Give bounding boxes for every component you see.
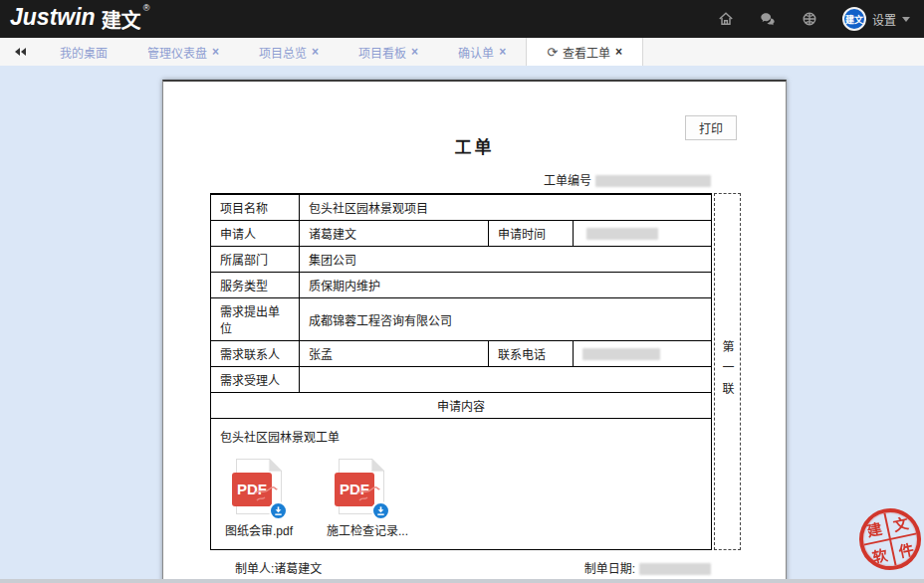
form-wrap: 项目名称 包头社区园林景观项目 申请人 诸葛建文 申请时间 所属部门 集团公司 …: [210, 193, 786, 550]
user-avatar[interactable]: 建文: [842, 7, 866, 31]
table-row: 需求受理人: [211, 367, 712, 393]
order-number-value-redacted: [595, 175, 711, 187]
download-icon[interactable]: [371, 501, 390, 520]
attachments: PDF 图纸会审.pdf: [224, 459, 702, 538]
section-header: 申请内容: [211, 393, 712, 419]
attachment-name: 施工检查记录...: [327, 521, 396, 538]
table-row: 申请内容: [211, 393, 712, 419]
seal-char: 件: [890, 533, 922, 565]
content-text: 包头社区园林景观工单: [220, 428, 702, 445]
pdf-file-icon: PDF: [339, 459, 384, 514]
field-label: 需求受理人: [211, 367, 300, 393]
seal-char: 软: [864, 539, 896, 571]
document-footer: 制单人:诸葛建文 制单日期:: [210, 559, 711, 576]
user-menu[interactable]: 建文 设置: [842, 7, 910, 31]
logo-latin: Justwin: [10, 4, 96, 31]
seal-circle: 建 文 软 件: [853, 502, 924, 576]
table-row: 所属部门 集团公司: [211, 247, 712, 273]
tab-view-workorder[interactable]: ⟳ 查看工单 ×: [526, 38, 643, 66]
field-value: 张孟: [300, 341, 489, 367]
field-label: 服务类型: [211, 273, 300, 298]
field-label: 联系电话: [489, 341, 574, 367]
logo-cn: 建文: [102, 5, 141, 34]
horizontal-scrollbar[interactable]: [0, 579, 924, 583]
tab-label: 确认单: [458, 44, 494, 61]
tab-dashboard[interactable]: 管理仪表盘 ×: [127, 38, 239, 66]
tab-label: 我的桌面: [60, 44, 108, 61]
workorder-document: 打印 工单 工单编号 项目名称 包头社区园林景观项目 申请人 诸葛建文 申请时间: [162, 80, 787, 583]
close-icon[interactable]: ×: [312, 45, 319, 59]
table-row: 需求联系人 张孟 联系电话: [211, 341, 712, 367]
make-date-value-redacted: [639, 563, 711, 575]
print-button[interactable]: 打印: [685, 115, 737, 140]
globe-icon[interactable]: [801, 10, 818, 28]
field-label: 所属部门: [211, 247, 300, 273]
application-content-cell: 包头社区园林景观工单 PDF: [211, 419, 712, 550]
logo-registered-mark: ®: [143, 3, 150, 13]
table-row: 申请人 诸葛建文 申请时间: [211, 221, 712, 247]
attachment-pdf[interactable]: PDF 施工检查记录...: [327, 459, 396, 538]
table-row: 需求提出单位 成都锦蓉工程咨询有限公司: [211, 298, 712, 341]
field-value: 包头社区园林景观项目: [300, 194, 712, 221]
caret-down-icon: [902, 17, 910, 22]
tab-project-board[interactable]: 项目看板 ×: [339, 38, 438, 66]
order-number-row: 工单编号: [210, 171, 711, 188]
tab-label: 管理仪表盘: [147, 44, 207, 61]
make-date-label: 制单日期:: [584, 562, 635, 576]
attachment-pdf[interactable]: PDF 图纸会审.pdf: [224, 459, 294, 538]
close-icon[interactable]: ×: [411, 45, 418, 59]
make-date: 制单日期:: [584, 559, 711, 576]
tab-project-overview[interactable]: 项目总览 ×: [239, 38, 339, 66]
tab-label: 查看工单: [563, 44, 610, 61]
field-value: [300, 367, 712, 393]
field-label: 申请时间: [489, 221, 574, 247]
field-value: 诸葛建文: [300, 221, 489, 247]
messages-icon[interactable]: [759, 10, 777, 28]
copy-number-strip: 第一联: [714, 193, 741, 550]
field-label: 需求联系人: [211, 341, 300, 367]
content-area: 打印 工单 工单编号 项目名称 包头社区园林景观项目 申请人 诸葛建文 申请时间: [0, 66, 924, 583]
tab-label: 项目看板: [358, 44, 406, 61]
close-icon[interactable]: ×: [615, 45, 622, 59]
avatar-label: 建文: [845, 13, 863, 26]
copy-number-label: 第一联: [719, 340, 736, 403]
pdf-file-icon: PDF: [236, 459, 282, 514]
maker-label: 制单人:诸葛建文: [235, 559, 322, 576]
table-row: 项目名称 包头社区园林景观项目: [211, 194, 712, 221]
workorder-table: 项目名称 包头社区园林景观项目 申请人 诸葛建文 申请时间 所属部门 集团公司 …: [210, 193, 712, 550]
tab-confirm-sheet[interactable]: 确认单 ×: [438, 38, 526, 66]
top-navbar: Justwin 建文 ® 建文 设置: [0, 0, 924, 38]
close-icon[interactable]: ×: [499, 45, 506, 59]
company-seal: 建 文 软 件: [853, 502, 924, 576]
table-row: 包头社区园林景观工单 PDF: [211, 419, 712, 550]
close-icon[interactable]: ×: [212, 45, 219, 59]
home-icon[interactable]: [717, 10, 735, 28]
page-fold: [270, 459, 282, 471]
field-value: 成都锦蓉工程咨询有限公司: [300, 298, 712, 341]
attachment-name: 图纸会审.pdf: [224, 521, 294, 538]
collapse-tabs-icon[interactable]: [0, 38, 40, 66]
page-fold: [372, 459, 384, 471]
field-value: 集团公司: [300, 247, 712, 273]
justwin-logo: Justwin 建文 ®: [10, 4, 149, 34]
field-value: 质保期内维护: [300, 273, 712, 298]
field-label: 项目名称: [211, 194, 300, 221]
table-row: 服务类型 质保期内维护: [211, 273, 712, 298]
field-value-redacted: [574, 221, 712, 247]
settings-button[interactable]: 设置: [872, 11, 896, 28]
field-value-redacted: [574, 341, 712, 367]
tab-label: 项目总览: [259, 44, 307, 61]
order-number-label: 工单编号: [544, 174, 591, 188]
field-label: 需求提出单位: [211, 298, 300, 341]
refresh-icon[interactable]: ⟳: [547, 45, 558, 60]
download-icon[interactable]: [269, 501, 288, 520]
tab-my-desktop[interactable]: 我的桌面: [40, 38, 127, 66]
field-label: 申请人: [211, 221, 300, 247]
tab-bar: 我的桌面 管理仪表盘 × 项目总览 × 项目看板 × 确认单 × ⟳ 查看工单 …: [0, 38, 924, 66]
